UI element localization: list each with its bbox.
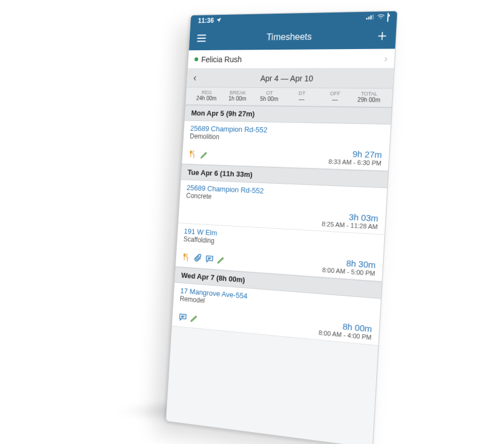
svg-point-4 [380, 18, 381, 19]
location-icon [216, 17, 221, 25]
summary-value: — [318, 96, 352, 103]
edit-icon [217, 255, 226, 267]
phone-frame: 11:36 Timesheets [165, 11, 397, 444]
summary-label: OFF [318, 91, 352, 97]
date-range-label: Apr 4 — Apr 10 [260, 74, 314, 83]
summary-col: DT— [285, 90, 319, 102]
summary-label: REG [192, 90, 222, 95]
summary-label: BREAK [222, 90, 254, 95]
summary-col: OFF— [318, 91, 352, 103]
meal-icon [188, 150, 197, 161]
user-selector[interactable]: Felicia Rush › [188, 49, 395, 68]
summary-value: 5h 00m [253, 96, 286, 102]
summary-col: BREAK1h 00m [222, 90, 254, 102]
svg-rect-3 [372, 14, 374, 19]
entry-icons [182, 253, 226, 267]
status-time: 11:36 [198, 17, 214, 25]
summary-value: 1h 00m [222, 95, 254, 102]
page-title: Timesheets [207, 31, 376, 43]
chevron-right-icon: › [384, 53, 388, 63]
entry-time-range: 8:33 AM - 6:30 PM [328, 158, 382, 167]
attachment-icon [193, 253, 202, 264]
entry-icons [178, 312, 199, 325]
battery-icon [387, 13, 389, 21]
edit-icon [200, 150, 209, 161]
summary-label: OT [253, 90, 286, 96]
signal-icon [366, 14, 375, 22]
summary-col: REG24h 00m [191, 90, 222, 102]
summary-label: DT [286, 90, 319, 96]
timesheet-entry[interactable]: 25689 Champion Rd-552 Demolition 9h 27m … [182, 121, 391, 171]
wifi-icon [376, 13, 385, 22]
summary-col: TOTAL29h 00m [352, 91, 387, 103]
svg-rect-2 [370, 15, 372, 19]
user-name: Felicia Rush [201, 55, 242, 64]
user-status-dot [194, 58, 198, 62]
summary-value: 24h 00m [191, 95, 222, 102]
edit-icon [190, 313, 199, 325]
svg-rect-0 [366, 18, 367, 19]
svg-rect-1 [368, 17, 369, 19]
summary-label: TOTAL [352, 91, 387, 97]
nav-bar: Timesheets [189, 23, 396, 50]
comment-icon [205, 255, 214, 266]
summary-row: REG24h 00mBREAK1h 00mOT5h 00mDT—OFF—TOTA… [185, 87, 392, 107]
summary-value: 29h 00m [352, 96, 387, 103]
summary-col: OT5h 00m [253, 90, 286, 102]
menu-icon[interactable] [196, 32, 208, 44]
meal-icon [182, 253, 191, 264]
add-button[interactable] [375, 30, 389, 43]
entry-icons [188, 150, 209, 161]
comment-icon [178, 312, 188, 324]
summary-value: — [285, 96, 318, 103]
date-range-bar: ‹ Apr 4 — Apr 10 [186, 68, 394, 88]
timesheet-list: Mon Apr 5 (9h 27m) 25689 Champion Rd-552… [172, 105, 392, 346]
prev-week-button[interactable]: ‹ [193, 72, 197, 83]
